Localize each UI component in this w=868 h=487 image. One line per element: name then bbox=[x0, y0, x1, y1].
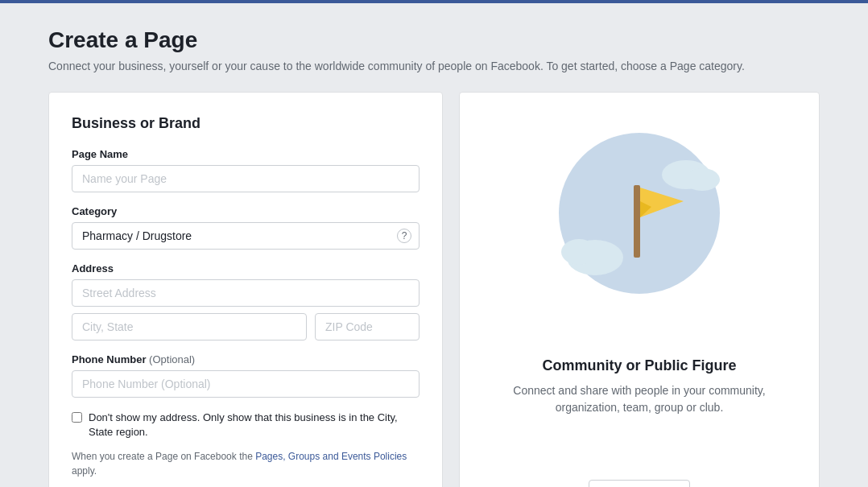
policy-link[interactable]: Pages, Groups and Events Policies bbox=[255, 451, 407, 462]
category-wrapper: ? bbox=[72, 222, 420, 250]
category-input[interactable] bbox=[72, 222, 420, 250]
hide-address-checkbox[interactable] bbox=[72, 412, 82, 423]
phone-group: Phone Number (Optional) bbox=[72, 353, 420, 398]
page-subtitle: Connect your business, yourself or your … bbox=[48, 60, 820, 72]
address-checkbox-row: Don't show my address. Only show that th… bbox=[72, 411, 420, 440]
hide-address-text: Don't show my address. Only show that th… bbox=[89, 411, 420, 440]
phone-optional-text: (Optional) bbox=[149, 353, 195, 365]
page-name-input[interactable] bbox=[72, 165, 420, 192]
right-card-content: Community or Public Figure Connect and s… bbox=[492, 357, 787, 440]
policy-text: When you create a Page on Facebook the P… bbox=[72, 449, 420, 478]
community-card: Community or Public Figure Connect and s… bbox=[459, 92, 820, 487]
category-label: Category bbox=[72, 205, 420, 217]
address-group: Address bbox=[72, 262, 420, 340]
business-brand-title: Business or Brand bbox=[72, 115, 420, 132]
page-title: Create a Page bbox=[48, 27, 820, 53]
city-state-input[interactable] bbox=[72, 313, 307, 340]
category-group: Category ? bbox=[72, 205, 420, 250]
phone-input[interactable] bbox=[72, 370, 420, 398]
svg-point-4 bbox=[684, 168, 720, 191]
community-title: Community or Public Figure bbox=[492, 357, 787, 374]
get-started-button[interactable]: Get Started bbox=[589, 480, 689, 487]
address-label: Address bbox=[72, 262, 420, 274]
page-name-label: Page Name bbox=[72, 148, 420, 160]
address-row bbox=[72, 313, 420, 340]
page-name-group: Page Name bbox=[72, 148, 420, 192]
business-brand-card: Business or Brand Page Name Category ? A… bbox=[48, 92, 443, 487]
help-icon[interactable]: ? bbox=[397, 229, 411, 243]
svg-point-2 bbox=[561, 239, 597, 265]
flag-illustration bbox=[551, 125, 728, 302]
community-desc: Connect and share with people in your co… bbox=[492, 382, 787, 416]
cards-container: Business or Brand Page Name Category ? A… bbox=[48, 92, 820, 487]
zip-code-input[interactable] bbox=[315, 313, 420, 340]
svg-rect-5 bbox=[634, 185, 640, 258]
phone-label: Phone Number (Optional) bbox=[72, 353, 420, 365]
street-address-input[interactable] bbox=[72, 279, 420, 307]
